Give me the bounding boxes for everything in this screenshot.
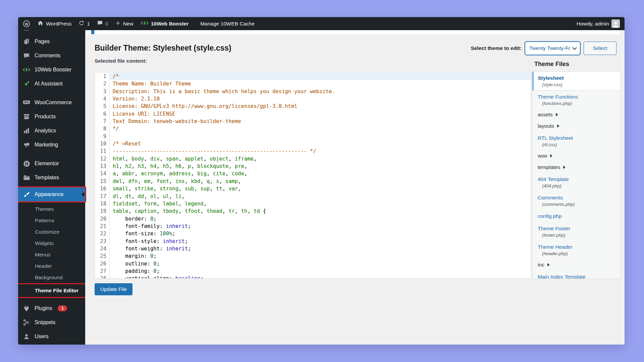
admin-bar-comments[interactable]: 0 <box>97 20 108 27</box>
admin-bar-manage-cache[interactable]: Manage 10WEB Cache <box>200 21 255 27</box>
code-text: License URI: LICENSE <box>109 110 531 118</box>
sidebar-item-products[interactable]: Products <box>18 110 85 124</box>
file-path: (404.php) <box>538 183 616 189</box>
line-number: 27 <box>95 267 109 275</box>
sidebar-item-pages[interactable]: Pages <box>18 35 85 49</box>
sidebar-item-plugins[interactable]: Plugins1 <box>18 301 85 315</box>
theme-folder-templates[interactable]: templates <box>532 162 620 173</box>
line-number: 17 <box>95 193 109 200</box>
theme-folder-layouts[interactable]: layouts <box>532 120 620 132</box>
theme-file-comments[interactable]: Comments(comments.php) <box>532 191 620 210</box>
submenu-item-widgets[interactable]: Widgets <box>18 238 85 249</box>
sidebar: MediaPagesComments10Web BoosterAI Assist… <box>18 30 85 345</box>
file-link: 404 Template <box>538 176 616 183</box>
sidebar-item-snippets[interactable]: Snippets <box>18 315 85 329</box>
sidebar-item-media[interactable]: Media <box>18 30 85 35</box>
theme-file-theme-footer[interactable]: Theme Footer(footer.php) <box>532 222 620 241</box>
sidebar-item-marketing[interactable]: Marketing <box>18 138 85 152</box>
pages-icon <box>23 38 30 45</box>
submenu-open-arrow-icon <box>82 192 84 197</box>
submenu-item-patterns[interactable]: Patterns <box>18 215 85 226</box>
sidebar-item-appearance[interactable]: Appearance <box>18 187 85 201</box>
file-link: Theme Header <box>538 243 616 250</box>
caret-right-icon <box>557 124 559 128</box>
caret-right-icon <box>550 154 552 158</box>
update-icon <box>78 20 85 27</box>
theme-files-list: Stylesheet(style.css)Theme Functions(fun… <box>532 71 621 279</box>
theme-folder-inc[interactable]: inc <box>532 259 620 270</box>
sidebar-item-label: Plugins <box>35 305 52 311</box>
sidebar-item-users[interactable]: Users <box>18 329 85 344</box>
theme-selector-row: Select theme to edit: Twenty Twenty-Fo S… <box>471 41 616 55</box>
code-line: 17dl, dt, dd, ol, ul, li, <box>95 193 531 200</box>
theme-file-main-index-template[interactable]: Main Index Template <box>532 270 620 279</box>
sidebar-item-label: Pages <box>35 39 50 45</box>
admin-bar-new[interactable]: New <box>115 20 133 27</box>
code-line: 16small, strike, strong, sub, sup, tt, v… <box>95 185 531 192</box>
theme-select-dropdown[interactable]: Twenty Twenty-Fo <box>525 41 581 55</box>
admin-bar-10web-booster[interactable]: 10Web Booster <box>141 20 189 27</box>
line-number: 20 <box>95 215 109 223</box>
sidebar-item-label: Elementor <box>35 161 59 167</box>
submenu-item-menus[interactable]: Menus <box>18 249 85 260</box>
sidebar-item-comments[interactable]: Comments <box>18 49 85 63</box>
line-number: 4 <box>95 95 109 103</box>
sidebar-item-label: Marketing <box>35 142 58 148</box>
code-line: 14a, abbr, acronym, address, big, cite, … <box>95 170 531 177</box>
sidebar-item-ai-assistant[interactable]: AI Assistant <box>18 77 85 91</box>
line-number: 22 <box>95 230 109 237</box>
file-link: Stylesheet <box>538 74 616 81</box>
code-text: font-weight: inherit; <box>109 245 531 252</box>
sidebar-item-woocommerce[interactable]: WooWooCommerce <box>18 96 85 110</box>
code-text: Version: 2.1.10 <box>109 95 531 103</box>
users-icon <box>23 333 30 340</box>
admin-bar-account[interactable]: Howdy, admin <box>577 19 620 28</box>
admin-bar-site-name[interactable]: WordPress <box>37 20 71 27</box>
line-number: 18 <box>95 200 109 207</box>
menu-gap <box>18 152 85 157</box>
sidebar-item-label: 10Web Booster <box>35 67 71 73</box>
sidebar-item-label: Users <box>35 334 49 340</box>
sidebar-item-elementor[interactable]: Elementor <box>18 157 85 171</box>
code-text: /* <box>109 73 531 80</box>
update-file-button[interactable]: Update File <box>95 283 132 295</box>
sidebar-item-10web-booster[interactable]: 10Web Booster <box>18 63 85 77</box>
submenu-item-customize[interactable]: Customize <box>18 226 85 238</box>
code-text: padding: 0; <box>109 267 531 275</box>
sidebar-item-templates[interactable]: Templates <box>18 171 85 185</box>
code-line: 4Version: 2.1.10 <box>95 95 531 103</box>
wordpress-logo-icon[interactable]: W <box>23 20 30 27</box>
sidebar-item-analytics[interactable]: Analytics <box>18 124 85 138</box>
submenu-item-header[interactable]: Header <box>18 260 85 272</box>
submenu-item-themes[interactable]: Themes <box>18 203 85 215</box>
submenu-item-background[interactable]: Background <box>18 272 85 283</box>
line-number: 1 <box>95 73 109 80</box>
notice-accent <box>91 30 94 34</box>
code-editor[interactable]: 1/*2Theme Name: Builder Theme3Descriptio… <box>95 72 531 279</box>
selected-file-content-label: Selected file content: <box>95 58 147 64</box>
code-text: font-style: inherit; <box>109 238 531 245</box>
code-text: ----------------------------------------… <box>109 147 531 155</box>
code-line: 27 padding: 0; <box>95 267 531 275</box>
code-text: fieldset, form, label, legend, <box>109 200 531 207</box>
theme-file-config-php[interactable]: config.php <box>532 210 620 222</box>
select-theme-button[interactable]: Select <box>584 42 616 55</box>
theme-file-theme-functions[interactable]: Theme Functions(functions.php) <box>532 90 620 109</box>
theme-folder-woo[interactable]: woo <box>532 150 620 162</box>
theme-file-404-template[interactable]: 404 Template(404.php) <box>532 173 620 191</box>
folder-label: templates <box>538 164 560 170</box>
theme-file-rtl-stylesheet[interactable]: RTL Stylesheet(rtl.css) <box>532 132 620 150</box>
theme-file-theme-header[interactable]: Theme Header(header.php) <box>532 241 620 259</box>
theme-folder-assets[interactable]: assets <box>532 109 620 120</box>
code-line: 8*/ <box>95 125 531 132</box>
admin-bar-updates[interactable]: 1 <box>78 20 90 27</box>
caret-right-icon <box>556 113 558 116</box>
code-text: table, caption, tbody, tfoot, thead, tr,… <box>109 207 531 215</box>
submenu-item-theme-file-editor[interactable]: Theme File Editor <box>18 284 85 297</box>
theme-file-stylesheet[interactable]: Stylesheet(style.css) <box>532 72 620 90</box>
svg-text:Woo: Woo <box>24 101 29 103</box>
ai-icon <box>23 80 30 87</box>
file-link: Comments <box>538 194 616 201</box>
code-text: border: 0; <box>109 215 531 223</box>
templates-icon <box>23 174 30 181</box>
